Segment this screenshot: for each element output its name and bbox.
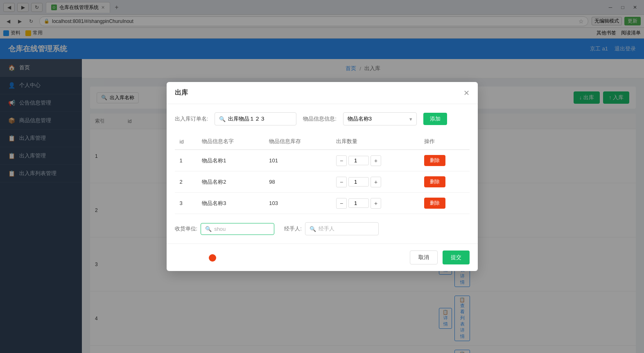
goods-label: 物品信息信息: xyxy=(303,115,337,123)
modal-table-row-2: 2 物品名称2 98 − + 删除 xyxy=(175,171,470,193)
modal-cell-name-2: 物品名称2 xyxy=(197,171,264,193)
handler-input[interactable]: 🔍 经手人 xyxy=(305,222,379,235)
modal-cell-qty-3: − + xyxy=(331,193,419,214)
modal-close-button[interactable]: ✕ xyxy=(463,89,470,97)
receiver-field: 收货单位: 🔍 shou xyxy=(175,223,275,235)
qty-input-1[interactable] xyxy=(348,156,369,165)
delete-button-3[interactable]: 删除 xyxy=(424,198,445,209)
modal-cell-ops-3: 删除 xyxy=(419,193,469,214)
qty-increase-1[interactable]: + xyxy=(371,155,381,166)
search-icon-order: 🔍 xyxy=(219,116,226,122)
order-value: 出库物品１２３ xyxy=(228,115,265,123)
delete-button-2[interactable]: 删除 xyxy=(424,176,445,187)
modal-cell-qty-2: − + xyxy=(331,171,419,193)
modal-footer: 取消 提交 xyxy=(167,244,478,271)
qty-input-2[interactable] xyxy=(348,177,369,187)
handler-placeholder: 经手人 xyxy=(319,225,334,232)
modal-form-row-bottom: 收货单位: 🔍 shou 经手人: 🔍 经手人 xyxy=(175,222,470,235)
goods-value: 物品名称3 xyxy=(348,115,372,123)
submit-button[interactable]: 提交 xyxy=(443,251,470,264)
modal-cell-name-1: 物品名称1 xyxy=(197,150,264,171)
handler-field: 经手人: 🔍 经手人 xyxy=(284,222,379,235)
qty-decrease-3[interactable]: − xyxy=(336,198,347,209)
modal-col-header-qty: 出库数量 xyxy=(331,134,419,150)
qty-decrease-1[interactable]: − xyxy=(336,155,347,166)
order-label: 出入库订单名: xyxy=(175,115,208,123)
order-input[interactable]: 🔍 出库物品１２３ xyxy=(215,112,296,125)
qty-decrease-2[interactable]: − xyxy=(336,177,347,187)
modal-col-header-stock: 物品信息库存 xyxy=(264,134,331,150)
delete-button-1[interactable]: 删除 xyxy=(424,155,445,166)
modal-form-row-top: 出入库订单名: 🔍 出库物品１２３ 物品信息信息: 物品名称3 ▾ 添加 xyxy=(175,112,470,125)
modal-cell-stock-3: 103 xyxy=(264,193,331,214)
handler-label: 经手人: xyxy=(284,225,302,232)
receiver-input[interactable]: 🔍 shou xyxy=(201,223,274,235)
modal-col-header-ops: 操作 xyxy=(419,134,469,150)
modal-cell-stock-2: 98 xyxy=(264,171,331,193)
qty-input-3[interactable] xyxy=(348,198,369,208)
modal-table-row-3: 3 物品名称3 103 − + 删除 xyxy=(175,193,470,214)
qty-control-2: − + xyxy=(336,177,414,187)
modal-cell-ops-1: 删除 xyxy=(419,150,469,171)
receiver-label: 收货单位: xyxy=(175,225,198,232)
modal-col-header-name: 物品信息名字 xyxy=(197,134,264,150)
add-goods-button[interactable]: 添加 xyxy=(423,113,447,125)
modal-cell-stock-1: 101 xyxy=(264,150,331,171)
modal-title: 出库 xyxy=(175,89,188,97)
modal-body: 出入库订单名: 🔍 出库物品１２３ 物品信息信息: 物品名称3 ▾ 添加 id … xyxy=(167,104,478,244)
search-icon-handler: 🔍 xyxy=(310,226,316,232)
modal-cell-ops-2: 删除 xyxy=(419,171,469,193)
modal-cell-name-3: 物品名称3 xyxy=(197,193,264,214)
modal-cell-id-3: 3 xyxy=(175,193,197,214)
search-icon-receiver: 🔍 xyxy=(205,226,212,232)
modal-cell-qty-1: − + xyxy=(331,150,419,171)
modal-cell-id-1: 1 xyxy=(175,150,197,171)
modal-dialog: 出库 ✕ 出入库订单名: 🔍 出库物品１２３ 物品信息信息: 物品名称3 ▾ 添… xyxy=(167,82,478,271)
goods-select[interactable]: 物品名称3 ▾ xyxy=(343,112,417,125)
modal-overlay: 出库 ✕ 出入库订单名: 🔍 出库物品１２３ 物品信息信息: 物品名称3 ▾ 添… xyxy=(0,0,644,353)
qty-increase-3[interactable]: + xyxy=(371,198,381,209)
modal-table-header-row: id 物品信息名字 物品信息库存 出库数量 操作 xyxy=(175,134,470,150)
chevron-down-icon: ▾ xyxy=(409,116,412,122)
modal-col-header-id: id xyxy=(175,134,197,150)
qty-control-3: − + xyxy=(336,198,414,209)
modal-table-row-1: 1 物品名称1 101 − + 删除 xyxy=(175,150,470,171)
qty-increase-2[interactable]: + xyxy=(371,177,381,187)
cancel-button[interactable]: 取消 xyxy=(410,251,438,264)
receiver-placeholder: shou xyxy=(214,226,226,232)
modal-cell-id-2: 2 xyxy=(175,171,197,193)
modal-items-table: id 物品信息名字 物品信息库存 出库数量 操作 1 物品名称1 101 xyxy=(175,134,470,214)
qty-control-1: − + xyxy=(336,155,414,166)
modal-header: 出库 ✕ xyxy=(167,82,478,104)
